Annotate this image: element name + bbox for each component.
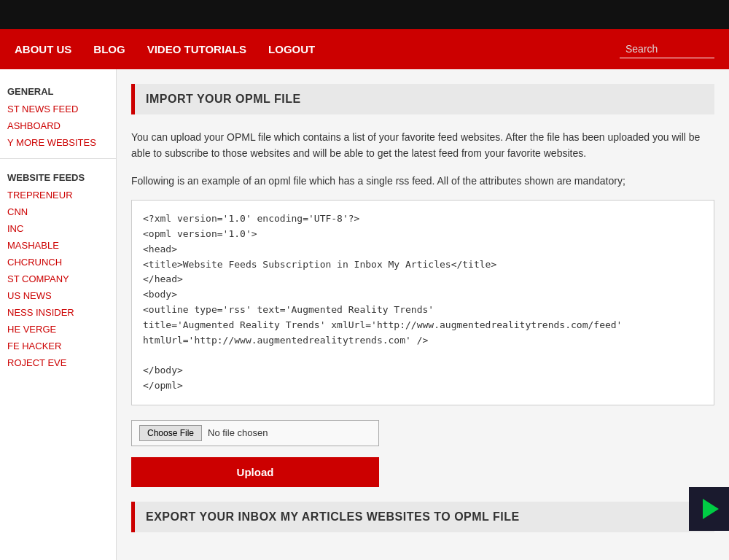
nav-about-us[interactable]: ABOUT US [15,36,71,63]
search-input[interactable] [620,40,714,58]
export-section-header: EXPORT YOUR INBOX MY ARTICLES WEBSITES T… [131,502,714,532]
nav-logout[interactable]: LOGOUT [268,36,315,63]
sidebar-item-techcrunch[interactable]: CHCRUNCH [0,254,116,271]
sidebar-item-business-insider[interactable]: NESS INSIDER [0,304,116,321]
choose-file-button[interactable]: Choose File [139,425,202,441]
navbar: ABOUT US BLOG VIDEO TUTORIALS LOGOUT [0,29,729,69]
sidebar-divider [0,158,116,159]
sidebar-item-life-hacker[interactable]: FE HACKER [0,338,116,354]
upload-button[interactable]: Upload [131,457,379,487]
sidebar-item-more-websites[interactable]: Y MORE WEBSITES [0,134,116,151]
sidebar: GENERAL ST NEWS FEED ASHBOARD Y MORE WEB… [0,69,117,560]
description-2: Following is an example of an opml file … [131,173,714,189]
description-1: You can upload your OPML file which cont… [131,129,714,162]
sidebar-item-news-feed[interactable]: ST NEWS FEED [0,101,116,117]
sidebar-item-mashable[interactable]: MASHABLE [0,237,116,254]
sidebar-item-entrepreneur[interactable]: TREPRENEUR [0,187,116,203]
file-chosen-label: No file chosen [208,427,268,438]
main-content: IMPORT YOUR OPML FILE You can upload you… [117,69,729,560]
sidebar-general-title: GENERAL [0,80,116,101]
main-layout: GENERAL ST NEWS FEED ASHBOARD Y MORE WEB… [0,69,729,560]
sidebar-item-fast-company[interactable]: ST COMPANY [0,271,116,287]
sidebar-item-inc[interactable]: INC [0,220,116,237]
export-title: EXPORT YOUR INBOX MY ARTICLES WEBSITES T… [146,510,520,524]
nav-blog[interactable]: BLOG [93,36,125,63]
sidebar-item-cnn[interactable]: CNN [0,203,116,220]
file-upload-row: Choose File No file chosen [131,420,714,446]
play-button-overlay[interactable] [689,487,729,531]
import-title: IMPORT YOUR OPML FILE [146,93,301,106]
play-icon [703,499,719,519]
file-input-wrapper: Choose File No file chosen [131,420,379,446]
sidebar-item-us-news[interactable]: US NEWS [0,287,116,304]
sidebar-item-dashboard[interactable]: ASHBOARD [0,117,116,134]
code-block: <?xml version='1.0' encoding='UTF-8'?> <… [131,200,714,405]
import-section-header: IMPORT YOUR OPML FILE [131,84,714,114]
search-container [620,40,714,58]
top-bar [0,0,729,29]
sidebar-feeds-title: WEBSITE FEEDS [0,166,116,187]
sidebar-item-the-verge[interactable]: HE VERGE [0,321,116,338]
nav-video-tutorials[interactable]: VIDEO TUTORIALS [147,36,246,63]
sidebar-item-project-eve[interactable]: ROJECT EVE [0,354,116,371]
